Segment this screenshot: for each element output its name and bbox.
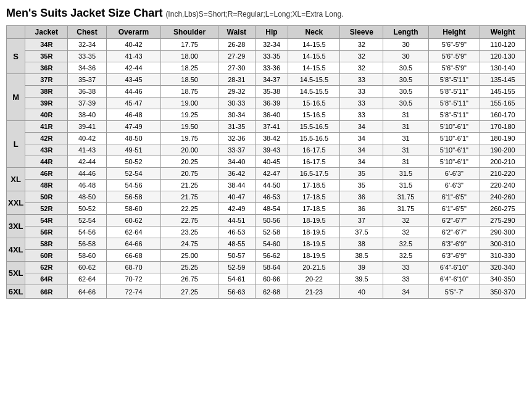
col-header-waist: Waist bbox=[218, 26, 256, 39]
table-cell: 70-72 bbox=[106, 273, 161, 285]
table-cell: 52-54 bbox=[68, 215, 106, 227]
chart-title-main: Men's Suits Jacket Size Chart bbox=[6, 7, 165, 19]
table-cell: 5'8"-5'11" bbox=[428, 98, 480, 109]
table-row: 39R37-3945-4719.0030-3336-3915-16.53330.… bbox=[7, 98, 526, 109]
table-cell: 19.50 bbox=[161, 121, 218, 133]
table-cell: 33 bbox=[340, 109, 383, 121]
table-cell: 54R bbox=[25, 215, 68, 227]
table-cell: 34 bbox=[340, 156, 383, 168]
table-cell: 33 bbox=[340, 98, 383, 109]
table-cell: 290-300 bbox=[480, 227, 526, 238]
table-cell: 5'8"-5'11" bbox=[428, 74, 480, 86]
table-cell: 14-15.5 bbox=[288, 51, 340, 62]
table-cell: 29-32 bbox=[218, 86, 256, 98]
table-cell: 135-145 bbox=[480, 74, 526, 86]
table-row: L41R39-4147-4919.5031-3537-4115.5-16.534… bbox=[7, 121, 526, 133]
table-cell: 19.25 bbox=[161, 109, 218, 121]
table-cell: 34-37 bbox=[255, 74, 288, 86]
table-row: 60R58-6066-6825.0050-5756-6218-19.538.53… bbox=[7, 250, 526, 262]
table-cell: 15-16.5 bbox=[288, 98, 340, 109]
table-cell: 64-66 bbox=[106, 238, 161, 250]
table-cell: 42-47 bbox=[255, 168, 288, 180]
table-cell: 19.00 bbox=[161, 98, 218, 109]
table-cell: 220-240 bbox=[480, 180, 526, 191]
table-cell: 27-30 bbox=[218, 62, 256, 74]
table-cell: 34 bbox=[340, 121, 383, 133]
table-cell: 56-62 bbox=[255, 250, 288, 262]
table-cell: 21.75 bbox=[161, 191, 218, 203]
table-row: 3XL54R52-5460-6222.7544-5150-5618-19.537… bbox=[7, 215, 526, 227]
table-cell: 37-39 bbox=[68, 98, 106, 109]
table-cell: 39-43 bbox=[255, 144, 288, 156]
table-cell: 18-19.5 bbox=[288, 227, 340, 238]
table-cell: 31 bbox=[383, 144, 428, 156]
table-cell: 34 bbox=[340, 133, 383, 144]
table-row: 52R50-5258-6022.2542-4948-5417-18.53631.… bbox=[7, 203, 526, 215]
table-cell: 49-51 bbox=[106, 144, 161, 156]
table-cell: 42R bbox=[25, 133, 68, 144]
table-cell: 37-41 bbox=[255, 121, 288, 133]
table-cell: 32 bbox=[383, 227, 428, 238]
table-cell: 50R bbox=[25, 191, 68, 203]
size-group-cell: XL bbox=[7, 168, 25, 191]
table-cell: 27.25 bbox=[161, 285, 218, 299]
table-row: 43R41-4349-5120.0033-3739-4316-17.534315… bbox=[7, 144, 526, 156]
table-cell: 60-66 bbox=[255, 273, 288, 285]
table-cell: 310-330 bbox=[480, 250, 526, 262]
table-cell: 155-165 bbox=[480, 98, 526, 109]
table-cell: 48-54 bbox=[255, 203, 288, 215]
table-cell: 42-44 bbox=[68, 156, 106, 168]
table-cell: 6'1"-6'5" bbox=[428, 203, 480, 215]
table-cell: 33-35 bbox=[68, 51, 106, 62]
table-cell: 160-170 bbox=[480, 109, 526, 121]
table-cell: 39 bbox=[340, 262, 383, 273]
table-cell: 26-28 bbox=[218, 39, 256, 51]
table-cell: 47-49 bbox=[106, 121, 161, 133]
table-cell: 5'10"-6'1" bbox=[428, 121, 480, 133]
table-cell: 25.25 bbox=[161, 262, 218, 273]
table-row: 56R54-5662-6423.2546-5352-5818-19.537.53… bbox=[7, 227, 526, 238]
table-cell: 5'10"-6'1" bbox=[428, 133, 480, 144]
table-cell: 68-70 bbox=[106, 262, 161, 273]
table-cell: 40R bbox=[25, 109, 68, 121]
table-cell: 110-120 bbox=[480, 39, 526, 51]
table-cell: 320-340 bbox=[480, 262, 526, 273]
table-cell: 34 bbox=[340, 144, 383, 156]
table-cell: 20-22 bbox=[288, 273, 340, 285]
table-cell: 30.5 bbox=[383, 98, 428, 109]
table-cell: 23.25 bbox=[161, 227, 218, 238]
table-cell: 31 bbox=[383, 156, 428, 168]
table-cell: 17-18.5 bbox=[288, 203, 340, 215]
table-cell: 15-16.5 bbox=[288, 109, 340, 121]
table-cell: 32 bbox=[340, 51, 383, 62]
size-group-cell: L bbox=[7, 121, 25, 168]
table-cell: 36-40 bbox=[255, 109, 288, 121]
table-cell: 44-46 bbox=[106, 86, 161, 98]
table-cell: 38-40 bbox=[68, 109, 106, 121]
table-row: 6XL66R64-6672-7427.2556-6362-6821-234034… bbox=[7, 285, 526, 299]
table-cell: 32-34 bbox=[255, 39, 288, 51]
table-cell: 34-36 bbox=[68, 62, 106, 74]
size-group-cell: M bbox=[7, 74, 25, 121]
table-cell: 38 bbox=[340, 238, 383, 250]
table-cell: 37R bbox=[25, 74, 68, 86]
table-cell: 46-48 bbox=[106, 109, 161, 121]
table-cell: 6'3"-6'9" bbox=[428, 238, 480, 250]
table-row: 4XL58R56-5864-6624.7548-5554-6018-19.538… bbox=[7, 238, 526, 250]
table-cell: 52-59 bbox=[218, 262, 256, 273]
table-cell: 40-45 bbox=[255, 156, 288, 168]
table-cell: 5'10"-6'1" bbox=[428, 144, 480, 156]
table-cell: 56R bbox=[25, 227, 68, 238]
title-area: Men's Suits Jacket Size Chart (Inch,Lbs)… bbox=[6, 6, 526, 20]
table-cell: 6'2"-6'7" bbox=[428, 215, 480, 227]
table-cell: 5'5"-7' bbox=[428, 285, 480, 299]
table-cell: 52-54 bbox=[106, 168, 161, 180]
table-cell: 16-17.5 bbox=[288, 144, 340, 156]
table-row: 48R46-4854-5621.2538-4444-5017-18.53531.… bbox=[7, 180, 526, 191]
table-cell: 14.5-15.5 bbox=[288, 86, 340, 98]
table-cell: 54-56 bbox=[106, 180, 161, 191]
table-cell: 50-57 bbox=[218, 250, 256, 262]
col-header-chest: Chest bbox=[68, 26, 106, 39]
table-cell: 62-64 bbox=[106, 227, 161, 238]
table-cell: 31-35 bbox=[218, 121, 256, 133]
